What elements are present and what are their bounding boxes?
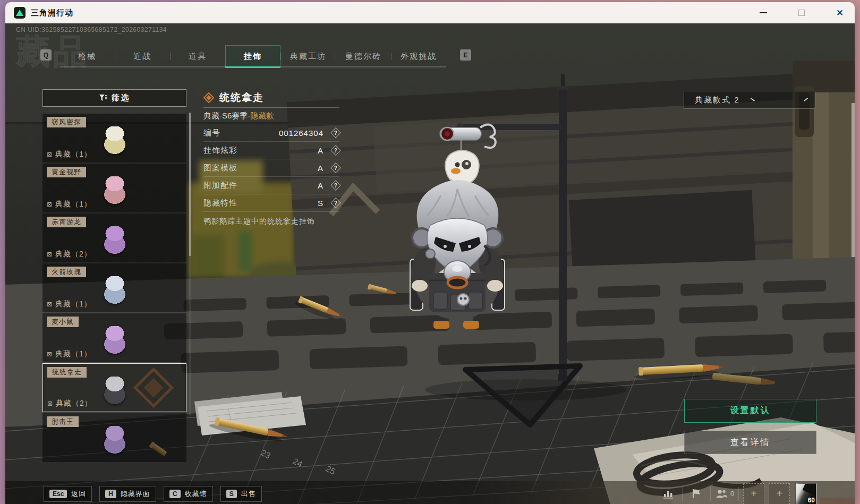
collection-count: 典藏（2） [55, 250, 92, 259]
app-window: 三角洲行动 ✕ [5, 2, 855, 504]
chevron-down-icon [751, 98, 807, 102]
title-bar: 三角洲行动 ✕ [5, 2, 855, 23]
view-details-button[interactable]: 查看详情 [684, 431, 816, 454]
detail-row-label: 编号 [203, 128, 279, 138]
tab-guns[interactable]: 枪械 [59, 45, 115, 67]
close-button[interactable]: ✕ [832, 5, 847, 20]
set-default-button[interactable]: 设置默认 [684, 399, 816, 423]
player-avatar[interactable]: 60 [795, 483, 816, 504]
status-bar: 0 + + 60 [654, 483, 816, 504]
hotkey-keycap: C [169, 490, 181, 498]
minimize-button[interactable] [756, 5, 771, 20]
charm-thumbnail [104, 426, 125, 454]
tab-next-keycap[interactable]: E [460, 49, 471, 61]
detail-row: 编号 001264304 ? [203, 124, 339, 142]
sidebar-scrollbar-thumb[interactable] [189, 113, 191, 256]
bottom-bar: Esc 返回 H 隐藏界面 C 收藏馆 S 出售 [5, 481, 855, 504]
charm-card-maixiaoshu[interactable]: 麦小鼠 ⊠ 典藏（1） [42, 313, 186, 362]
charm-card-zhoujiwang[interactable]: 肘击王 [42, 413, 186, 462]
style-dropdown-value: 典藏款式 2 [695, 95, 751, 105]
main-charm-figure [407, 180, 508, 329]
detail-row-value: A [318, 164, 323, 173]
tab-melee[interactable]: 近战 [115, 45, 170, 67]
charm-card-huangjinshiye[interactable]: 黄金视野 ⊠ 典藏（1） [42, 164, 186, 212]
card-footer: ⊠ 典藏（2） [47, 399, 92, 408]
help-icon[interactable]: ? [330, 145, 341, 156]
player-uid: CN UID:36258522710365685172_202603271134 [16, 26, 167, 33]
charm-card-qiefengmitan[interactable]: 窃风密探 ⊠ 典藏（1） [42, 114, 186, 163]
detail-row-value: 001264304 [279, 129, 323, 138]
hotkey-sell[interactable]: S 出售 [220, 486, 262, 502]
charm-detail-panel: 统统拿走 典藏-S6赛季- 隐藏款 编号 001264304 ? 挂饰炫彩 A … [203, 88, 339, 226]
sidebar-scrollbar [189, 113, 191, 415]
charm-card-chixiaoyoulong[interactable]: 赤霄游龙 ⊠ 典藏（2） [42, 213, 186, 262]
add-teammate-slot[interactable]: + [743, 483, 764, 504]
detail-row-value: A [318, 146, 323, 155]
charm-card-list: 窃风密探 ⊠ 典藏（1） 黄金视野 ⊠ 典藏（1） [42, 114, 186, 483]
charm-name-label: 赤霄游龙 [47, 217, 86, 227]
detail-row: 挂饰炫彩 A ? [203, 142, 339, 159]
charm-name-label: 黄金视野 [47, 167, 86, 177]
maximize-button[interactable] [794, 5, 809, 20]
charm-card-huojianmeigui[interactable]: 火箭玫瑰 ⊠ 典藏（1） [42, 263, 186, 312]
add-teammate-slot[interactable]: + [769, 483, 790, 504]
hotkey-label: 出售 [241, 489, 256, 499]
detail-title-row: 统统拿走 [203, 88, 339, 108]
filter-button[interactable]: 筛选 [42, 89, 186, 107]
tab-bar: 枪械近战道具挂饰典藏工坊曼德尔砖外观挑战 [59, 45, 446, 67]
card-footer: ⊠ 典藏（1） [47, 150, 92, 159]
tab-mandel[interactable]: 曼德尔砖 [336, 45, 391, 67]
charm-card-tongtongnazou[interactable]: 统统拿走 ⊠ 典藏（2） [42, 363, 186, 412]
style-dropdown[interactable]: 典藏款式 2 [684, 91, 815, 109]
help-icon[interactable]: ? [330, 198, 341, 208]
detail-row: 隐藏特性 S ? [203, 194, 339, 212]
tab-charms[interactable]: 挂饰 [225, 45, 280, 67]
game-viewport: 23 24 25 [5, 23, 855, 504]
app-logo-icon [14, 7, 25, 19]
hotkey-collection[interactable]: C 收藏馆 [164, 486, 213, 502]
card-footer: ⊠ 典藏（1） [47, 200, 92, 209]
charm-title: 统统拿走 [219, 91, 264, 105]
detail-row-label: 图案模板 [203, 163, 318, 173]
filter-label: 筛选 [112, 93, 131, 103]
charm-thumbnail [104, 377, 125, 404]
help-icon[interactable]: ? [330, 180, 341, 191]
card-footer: ⊠ 典藏（1） [47, 300, 92, 309]
charm-thumbnail [104, 326, 125, 354]
app-title: 三角洲行动 [31, 8, 73, 18]
tab-workshop[interactable]: 典藏工坊 [280, 45, 336, 67]
help-icon[interactable]: ? [330, 163, 341, 173]
charm-name-label: 统统拿走 [47, 367, 87, 378]
friends-button[interactable]: 0 [711, 485, 738, 503]
detail-row-label: 挂饰炫彩 [203, 146, 318, 156]
report-button[interactable] [683, 485, 710, 503]
hotkey-label: 隐藏界面 [121, 489, 150, 499]
pendant-duck-charm [445, 150, 479, 185]
collection-icon: ⊠ [47, 351, 52, 357]
tab-prev-keycap[interactable]: Q [40, 49, 52, 61]
collection-count: 典藏（1） [55, 349, 92, 359]
hotkey-esc[interactable]: Esc 返回 [44, 486, 92, 502]
charm-thumbnail [104, 226, 125, 254]
collection-count: 典藏（2） [56, 399, 92, 408]
stats-button[interactable] [654, 485, 682, 503]
hotkey-keycap: H [105, 490, 116, 498]
collection-icon: ⊠ [47, 151, 52, 158]
rarity-highlight: 隐藏款 [250, 111, 274, 121]
detail-row-value: A [318, 181, 323, 190]
hotkey-bar: Esc 返回 H 隐藏界面 C 收藏馆 S 出售 [44, 486, 262, 502]
help-icon[interactable]: ? [330, 127, 341, 138]
tab-gear[interactable]: 道具 [170, 45, 225, 67]
rarity-emblem-icon [133, 368, 174, 408]
hotkey-label: 返回 [71, 489, 86, 499]
collection-icon: ⊠ [47, 201, 52, 208]
tab-challenge[interactable]: 外观挑战 [391, 45, 446, 67]
hotkey-label: 收藏馆 [185, 489, 207, 499]
detail-row-value: S [318, 199, 323, 208]
friends-count: 0 [730, 490, 734, 498]
friends-icon [715, 489, 728, 498]
charm-name-label: 窃风密探 [47, 117, 86, 127]
hotkey-hide[interactable]: H 隐藏界面 [99, 486, 156, 502]
detail-row-label: 隐藏特性 [203, 198, 318, 208]
bar-chart-icon [663, 489, 674, 499]
